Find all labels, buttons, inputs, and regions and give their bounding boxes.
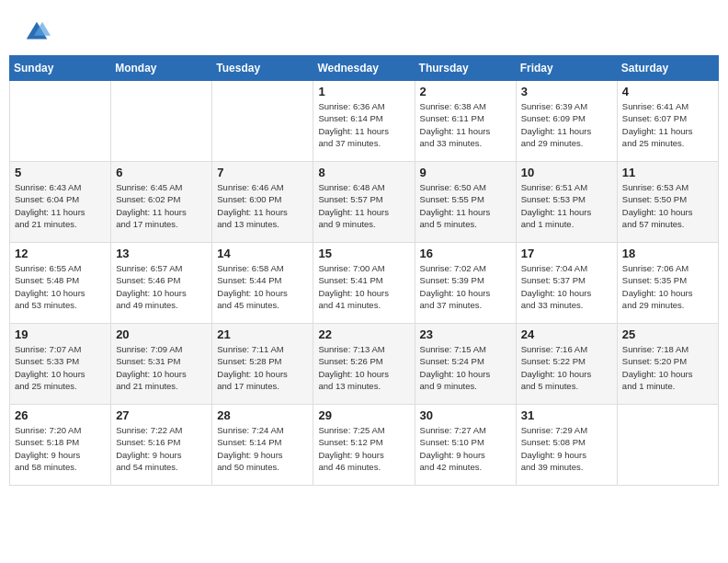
day-info: Sunrise: 6:38 AM Sunset: 6:11 PM Dayligh… [420,100,511,149]
day-number: 9 [420,166,511,179]
day-number: 27 [116,408,207,422]
calendar-cell: 29Sunrise: 7:25 AM Sunset: 5:12 PM Dayli… [313,405,415,486]
day-info: Sunrise: 7:09 AM Sunset: 5:31 PM Dayligh… [116,343,207,392]
calendar-cell: 22Sunrise: 7:13 AM Sunset: 5:26 PM Dayli… [313,324,415,405]
day-number: 11 [622,166,713,179]
calendar-cell: 23Sunrise: 7:15 AM Sunset: 5:24 PM Dayli… [415,324,516,405]
calendar-cell: 30Sunrise: 7:27 AM Sunset: 5:10 PM Dayli… [415,405,516,486]
calendar-cell: 2Sunrise: 6:38 AM Sunset: 6:11 PM Daylig… [415,81,516,162]
calendar-cell: 5Sunrise: 6:43 AM Sunset: 6:04 PM Daylig… [10,162,111,243]
calendar-cell: 31Sunrise: 7:29 AM Sunset: 5:08 PM Dayli… [516,405,617,486]
day-info: Sunrise: 6:46 AM Sunset: 6:00 PM Dayligh… [217,181,308,230]
day-number: 19 [15,327,106,341]
day-info: Sunrise: 7:06 AM Sunset: 5:35 PM Dayligh… [622,262,713,311]
day-number: 4 [622,85,713,98]
day-info: Sunrise: 7:29 AM Sunset: 5:08 PM Dayligh… [521,424,612,473]
calendar-cell: 25Sunrise: 7:18 AM Sunset: 5:20 PM Dayli… [617,324,718,405]
day-info: Sunrise: 7:15 AM Sunset: 5:24 PM Dayligh… [420,343,511,392]
day-info: Sunrise: 7:18 AM Sunset: 5:20 PM Dayligh… [622,343,713,392]
day-info: Sunrise: 6:48 AM Sunset: 5:57 PM Dayligh… [318,181,409,230]
calendar-cell [212,81,313,162]
day-of-week-header: Thursday [415,56,516,81]
day-info: Sunrise: 7:02 AM Sunset: 5:39 PM Dayligh… [420,262,511,311]
day-info: Sunrise: 6:43 AM Sunset: 6:04 PM Dayligh… [15,181,106,230]
calendar-cell: 15Sunrise: 7:00 AM Sunset: 5:41 PM Dayli… [313,243,415,324]
day-number: 1 [318,85,409,98]
day-info: Sunrise: 7:00 AM Sunset: 5:41 PM Dayligh… [318,262,409,311]
day-info: Sunrise: 6:50 AM Sunset: 5:55 PM Dayligh… [420,181,511,230]
calendar-cell: 7Sunrise: 6:46 AM Sunset: 6:00 PM Daylig… [212,162,313,243]
calendar-cell: 12Sunrise: 6:55 AM Sunset: 5:48 PM Dayli… [10,243,111,324]
day-number: 8 [318,166,409,179]
calendar-cell: 24Sunrise: 7:16 AM Sunset: 5:22 PM Dayli… [516,324,617,405]
calendar-cell: 18Sunrise: 7:06 AM Sunset: 5:35 PM Dayli… [617,243,718,324]
calendar-cell [111,81,212,162]
day-number: 5 [15,166,106,179]
calendar-table: SundayMondayTuesdayWednesdayThursdayFrid… [9,55,719,486]
day-of-week-header: Monday [111,56,212,81]
calendar-cell: 28Sunrise: 7:24 AM Sunset: 5:14 PM Dayli… [212,405,313,486]
calendar-cell [10,81,111,162]
day-number: 31 [521,408,612,422]
day-number: 10 [521,166,612,179]
calendar-cell: 17Sunrise: 7:04 AM Sunset: 5:37 PM Dayli… [516,243,617,324]
day-info: Sunrise: 6:55 AM Sunset: 5:48 PM Dayligh… [15,262,106,311]
calendar-cell: 14Sunrise: 6:58 AM Sunset: 5:44 PM Dayli… [212,243,313,324]
logo [23,18,52,46]
day-number: 20 [116,327,207,341]
day-number: 16 [420,247,511,260]
calendar-cell: 11Sunrise: 6:53 AM Sunset: 5:50 PM Dayli… [617,162,718,243]
calendar-cell: 1Sunrise: 6:36 AM Sunset: 6:14 PM Daylig… [313,81,415,162]
day-of-week-header: Tuesday [212,56,313,81]
calendar-cell: 21Sunrise: 7:11 AM Sunset: 5:28 PM Dayli… [212,324,313,405]
calendar-cell: 20Sunrise: 7:09 AM Sunset: 5:31 PM Dayli… [111,324,212,405]
calendar-week-row: 1Sunrise: 6:36 AM Sunset: 6:14 PM Daylig… [10,81,719,162]
day-of-week-header: Sunday [10,56,111,81]
day-info: Sunrise: 6:45 AM Sunset: 6:02 PM Dayligh… [116,181,207,230]
day-number: 22 [318,327,409,341]
day-number: 26 [15,408,106,422]
day-of-week-header: Wednesday [313,56,415,81]
calendar-cell [617,405,718,486]
day-number: 12 [15,247,106,260]
day-info: Sunrise: 6:58 AM Sunset: 5:44 PM Dayligh… [217,262,308,311]
calendar-cell: 26Sunrise: 7:20 AM Sunset: 5:18 PM Dayli… [10,405,111,486]
day-number: 7 [217,166,308,179]
calendar-cell: 4Sunrise: 6:41 AM Sunset: 6:07 PM Daylig… [617,81,718,162]
day-info: Sunrise: 6:51 AM Sunset: 5:53 PM Dayligh… [521,181,612,230]
day-number: 24 [521,327,612,341]
calendar-cell: 3Sunrise: 6:39 AM Sunset: 6:09 PM Daylig… [516,81,617,162]
day-number: 29 [318,408,409,422]
day-number: 13 [116,247,207,260]
day-number: 14 [217,247,308,260]
calendar-week-row: 26Sunrise: 7:20 AM Sunset: 5:18 PM Dayli… [10,405,719,486]
day-info: Sunrise: 7:13 AM Sunset: 5:26 PM Dayligh… [318,343,409,392]
logo-icon [23,18,51,46]
day-info: Sunrise: 6:41 AM Sunset: 6:07 PM Dayligh… [622,100,713,149]
day-info: Sunrise: 6:57 AM Sunset: 5:46 PM Dayligh… [116,262,207,311]
day-info: Sunrise: 6:53 AM Sunset: 5:50 PM Dayligh… [622,181,713,230]
calendar-cell: 19Sunrise: 7:07 AM Sunset: 5:33 PM Dayli… [10,324,111,405]
day-info: Sunrise: 7:27 AM Sunset: 5:10 PM Dayligh… [420,424,511,473]
calendar-week-row: 19Sunrise: 7:07 AM Sunset: 5:33 PM Dayli… [10,324,719,405]
day-number: 23 [420,327,511,341]
calendar-cell: 13Sunrise: 6:57 AM Sunset: 5:46 PM Dayli… [111,243,212,324]
day-number: 6 [116,166,207,179]
day-number: 25 [622,327,713,341]
calendar-cell: 27Sunrise: 7:22 AM Sunset: 5:16 PM Dayli… [111,405,212,486]
day-info: Sunrise: 6:39 AM Sunset: 6:09 PM Dayligh… [521,100,612,149]
day-info: Sunrise: 7:22 AM Sunset: 5:16 PM Dayligh… [116,424,207,473]
day-number: 21 [217,327,308,341]
day-info: Sunrise: 7:04 AM Sunset: 5:37 PM Dayligh… [521,262,612,311]
day-number: 30 [420,408,511,422]
day-number: 2 [420,85,511,98]
day-info: Sunrise: 7:25 AM Sunset: 5:12 PM Dayligh… [318,424,409,473]
day-number: 15 [318,247,409,260]
day-info: Sunrise: 7:16 AM Sunset: 5:22 PM Dayligh… [521,343,612,392]
calendar-header-row: SundayMondayTuesdayWednesdayThursdayFrid… [10,56,719,81]
day-info: Sunrise: 7:07 AM Sunset: 5:33 PM Dayligh… [15,343,106,392]
calendar-week-row: 12Sunrise: 6:55 AM Sunset: 5:48 PM Dayli… [10,243,719,324]
day-of-week-header: Saturday [617,56,718,81]
calendar-cell: 6Sunrise: 6:45 AM Sunset: 6:02 PM Daylig… [111,162,212,243]
day-info: Sunrise: 7:11 AM Sunset: 5:28 PM Dayligh… [217,343,308,392]
